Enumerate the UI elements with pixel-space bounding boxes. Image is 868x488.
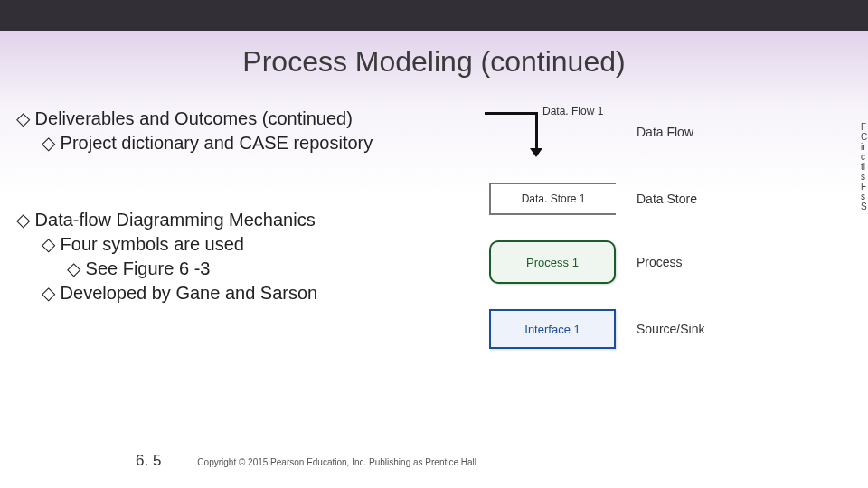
bullet-lvl0: ◇ Deliverables and Outcomes (continued) <box>16 107 468 131</box>
bullet-lvl1: ◇ Project dictionary and CASE repository <box>42 131 468 155</box>
body-text: ◇ Deliverables and Outcomes (continued) … <box>16 107 468 305</box>
bullet-glyph: ◇ <box>16 108 30 128</box>
bullet-text: See Figure 6 -3 <box>86 258 211 278</box>
arrow-head-icon <box>530 148 542 157</box>
bullet-glyph: ◇ <box>16 210 30 230</box>
bullet-text: Data-flow Diagramming Mechanics <box>35 210 316 230</box>
interface-symbol-text: Interface 1 <box>489 309 616 349</box>
spacing <box>16 155 468 208</box>
slide-title: Process Modeling (continued) <box>0 45 868 79</box>
copyright-text: Copyright © 2015 Pearson Education, Inc.… <box>197 457 476 467</box>
bullet-text: Project dictionary and CASE repository <box>61 133 373 153</box>
bullet-lvl0: ◇ Data-flow Diagramming Mechanics <box>16 208 468 232</box>
bullet-text: Developed by Gane and Sarson <box>61 283 318 303</box>
figure-row-interface: Interface 1 Source/Sink <box>476 309 855 349</box>
page-number: 6. 5 <box>136 452 161 470</box>
figure-row-process: Process 1 Process <box>476 240 855 284</box>
bullet-glyph: ◇ <box>42 283 55 303</box>
datastore-symbol-text: Data. Store 1 <box>489 183 616 215</box>
process-symbol: Process 1 <box>476 240 629 284</box>
top-bar <box>0 0 868 31</box>
arrow-line <box>535 112 538 152</box>
slide: Process Modeling (continued) ◇ Deliverab… <box>0 0 868 488</box>
interface-symbol: Interface 1 <box>476 309 629 349</box>
footer: 6. 5 Copyright © 2015 Pearson Education,… <box>0 452 868 470</box>
process-label: Process <box>637 255 683 269</box>
figure-area: Data. Flow 1 Data Flow Data. Store 1 Dat… <box>476 107 855 374</box>
bullet-text: Deliverables and Outcomes (continued) <box>35 108 353 128</box>
bullet-glyph: ◇ <box>42 234 55 254</box>
interface-label: Source/Sink <box>637 322 704 336</box>
figure-row-dataflow: Data. Flow 1 Data Flow <box>476 107 855 157</box>
dataflow-symbol-text: Data. Flow 1 <box>542 105 603 117</box>
arrow-line <box>485 112 535 115</box>
process-symbol-text: Process 1 <box>489 240 616 284</box>
cutoff-text: F C ir c tl s F s S <box>861 122 868 285</box>
figure-row-datastore: Data. Store 1 Data Store <box>476 183 855 215</box>
bullet-text: Four symbols are used <box>61 234 244 254</box>
dataflow-symbol: Data. Flow 1 <box>476 107 629 157</box>
datastore-symbol: Data. Store 1 <box>476 183 629 215</box>
bullet-glyph: ◇ <box>42 133 55 153</box>
bullet-glyph: ◇ <box>67 258 80 278</box>
datastore-label: Data Store <box>637 192 697 206</box>
bullet-lvl1: ◇ Four symbols are used <box>42 232 468 257</box>
dataflow-label: Data Flow <box>637 125 693 139</box>
bullet-lvl1: ◇ Developed by Gane and Sarson <box>42 281 468 305</box>
bullet-lvl2: ◇ See Figure 6 -3 <box>67 257 468 281</box>
